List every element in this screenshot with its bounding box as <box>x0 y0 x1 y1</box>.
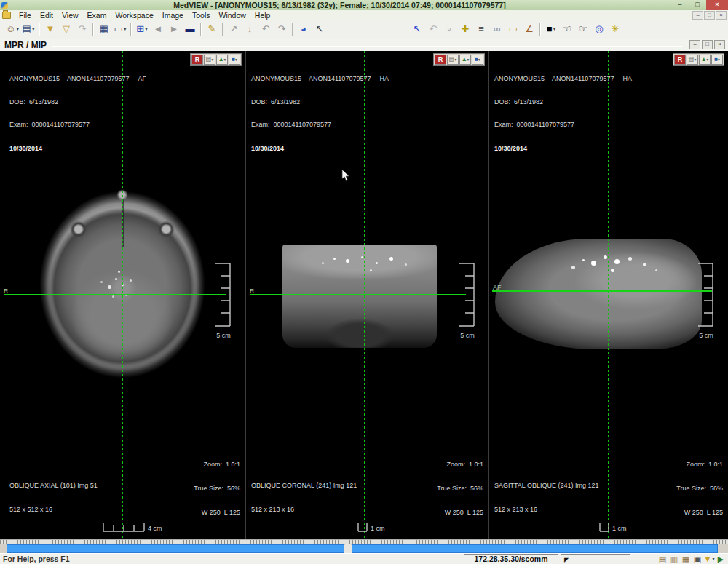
import-exam-icon[interactable]: ▼ <box>42 22 58 36</box>
measure-distance-icon[interactable]: ▭ <box>505 22 521 36</box>
mpr-mode-button[interactable]: ▲▾ <box>216 55 228 65</box>
display-layout-icon[interactable]: ▦ <box>96 22 112 36</box>
enhance-icon[interactable]: ✳ <box>607 22 623 36</box>
crosshair-horizontal[interactable] <box>4 294 226 295</box>
archive-folder-icon[interactable]: ▼▾ <box>703 554 715 564</box>
capture-button[interactable]: ■▾ <box>711 55 723 65</box>
window-level-label: W 250 L 125 <box>194 509 240 517</box>
exam-text: Exam: 0000141107079577 <box>494 121 632 129</box>
zoom-tool-icon[interactable]: ◎ <box>591 22 607 36</box>
viewport-sagittal[interactable]: ANONYMOUS15 - ANON141107079577HA DOB: 6/… <box>489 51 728 539</box>
menu-tools[interactable]: Tools <box>188 11 215 20</box>
medview-window: MedVIEW - [ANONYMOUS15; 6/13/1982 (32y);… <box>0 0 728 564</box>
session-pointer-icon[interactable]: ◤ <box>561 556 571 564</box>
window-preset-button[interactable]: ▤▾ <box>447 55 459 65</box>
tab-mpr-mip[interactable]: MPR / MIP <box>4 40 47 50</box>
capture-button[interactable]: ■▾ <box>229 55 240 65</box>
workspace-restore-button[interactable]: □ <box>702 40 713 49</box>
print-status-icon[interactable]: ▣ <box>692 554 703 564</box>
scroll-hand-icon[interactable]: ☞ <box>575 22 591 36</box>
orientation-label: R <box>4 287 9 295</box>
redo-icon[interactable]: ↷ <box>274 22 290 36</box>
rect-select-icon[interactable]: ▫ <box>441 22 457 36</box>
mdi-restore-button[interactable]: □ <box>704 11 715 20</box>
point-marker-icon[interactable]: ✚ <box>457 22 473 36</box>
drop-line-icon[interactable]: ↓ <box>242 22 258 36</box>
zoom-overlay: Zoom: 1.0:1 True Size: 56% W 250 L 125 <box>437 445 483 533</box>
link-series-icon[interactable]: ∞ <box>489 22 505 36</box>
menu-image[interactable]: Image <box>158 11 188 20</box>
pointer-skull-icon[interactable]: ↖ <box>312 22 328 36</box>
pan-hand-icon[interactable]: ☜ <box>559 22 575 36</box>
reference-indicator-button[interactable]: R <box>674 55 686 65</box>
undo-icon[interactable]: ↶ <box>258 22 274 36</box>
patient-overlay: ANONYMOUS15 - ANON141107079577HA DOB: 6/… <box>251 60 389 167</box>
mpr-mode-button[interactable]: ▲▾ <box>699 55 711 65</box>
scale-marker: 4 cm <box>102 520 162 533</box>
menu-help[interactable]: Help <box>250 11 275 20</box>
window-level-icon[interactable]: ■▾ <box>543 22 559 36</box>
restore-button[interactable]: □ <box>689 0 706 10</box>
tabbar-groove <box>52 44 682 47</box>
vertical-ruler: 5 cm <box>213 262 234 339</box>
window-preset-button[interactable]: ▤▾ <box>204 55 215 65</box>
scale-label: 1 cm <box>371 525 385 532</box>
viewport-axial[interactable]: ANONYMOUS15 - ANON141107079577AF DOB: 6/… <box>0 51 246 539</box>
color-preset-icon[interactable]: ◕ <box>296 22 312 36</box>
crosshair-horizontal[interactable] <box>492 290 712 292</box>
flip-code-text: AF <box>138 75 146 82</box>
series-doc-icon[interactable]: ▥ <box>668 554 680 564</box>
viewport-mini-toolbar: R▤▾▲▾■▾ <box>190 53 242 66</box>
window-preset-button[interactable]: ▤▾ <box>687 55 698 65</box>
workspace-minimize-button[interactable]: – <box>689 40 700 49</box>
send-exam-icon[interactable]: ↷ <box>74 22 90 36</box>
server-address-panel: 172.28.35.30/scomm <box>464 554 558 564</box>
next-page-icon[interactable]: ► <box>166 22 182 36</box>
monitor-layout-icon[interactable]: ▭▾ <box>112 22 128 36</box>
select-pointer-icon[interactable]: ↖ <box>409 22 425 36</box>
menu-workspace[interactable]: Workspace <box>111 11 157 20</box>
slice-scrollbar[interactable] <box>7 544 718 553</box>
scale-label: 4 cm <box>148 525 162 532</box>
prior-page-icon[interactable]: ◄ <box>150 22 166 36</box>
minimize-button[interactable]: – <box>671 0 689 10</box>
matrix-label: 512 x 512 x 16 <box>9 506 98 514</box>
grid-layout-icon[interactable]: ⊞▾ <box>134 22 150 36</box>
capture-button[interactable]: ■▾ <box>472 55 483 65</box>
close-button[interactable]: × <box>706 0 728 10</box>
mdi-close-button[interactable]: × <box>716 11 727 20</box>
menu-exam[interactable]: Exam <box>83 11 111 20</box>
zoom-label: Zoom: 1.0:1 <box>676 461 723 469</box>
measure-angle-icon[interactable]: ∠ <box>521 22 537 36</box>
menu-edit[interactable]: Edit <box>36 11 58 20</box>
open-exam-folder-icon[interactable]: ▽ <box>58 22 74 36</box>
toolbar-group-right: ↖↶▫✚≡∞▭∠■▾☜☞◎✳ <box>409 22 623 36</box>
menu-view[interactable]: View <box>58 11 83 20</box>
image-doc-icon[interactable]: ▦ <box>680 554 692 564</box>
line-tool-icon[interactable]: ↗ <box>226 22 242 36</box>
network-send-icon[interactable]: ▶ <box>715 554 727 564</box>
vertical-ruler: 5 cm <box>695 262 717 339</box>
annotation-icon[interactable]: ✎ <box>204 22 220 36</box>
patient-browser-icon[interactable]: ☺▾ <box>4 22 20 36</box>
viewport-coronal[interactable]: ANONYMOUS15 - ANON141107079577HA DOB: 6/… <box>246 51 489 539</box>
film-layout-icon[interactable]: ▤▾ <box>20 22 36 36</box>
mdi-minimize-button[interactable]: – <box>692 11 703 20</box>
document-folder-icon[interactable] <box>2 12 11 19</box>
report-icon[interactable]: ▬ <box>182 22 198 36</box>
reference-indicator-button[interactable]: R <box>435 55 446 65</box>
menu-file[interactable]: File <box>15 11 36 20</box>
reference-indicator-button[interactable]: R <box>191 55 203 65</box>
mpr-mode-button[interactable]: ▲▾ <box>459 55 471 65</box>
exam-doc-icon[interactable]: ▤ <box>657 554 668 564</box>
app-icon <box>1 2 8 9</box>
stack-lines-icon[interactable]: ≡ <box>473 22 489 36</box>
menu-window[interactable]: Window <box>214 11 250 20</box>
undo-action-icon[interactable]: ↶ <box>425 22 441 36</box>
coronal-brain-image[interactable] <box>282 245 437 348</box>
crosshair-horizontal[interactable] <box>250 294 466 295</box>
sagittal-brain-image[interactable] <box>495 239 702 349</box>
toolbar-group-left: ☺▾▤▾▼▽↷▦▭▾⊞▾◄►▬✎↗↓↶↷◕↖ <box>4 22 328 36</box>
workspace-close-button[interactable]: × <box>714 40 725 49</box>
ruler-ticks <box>456 262 478 329</box>
